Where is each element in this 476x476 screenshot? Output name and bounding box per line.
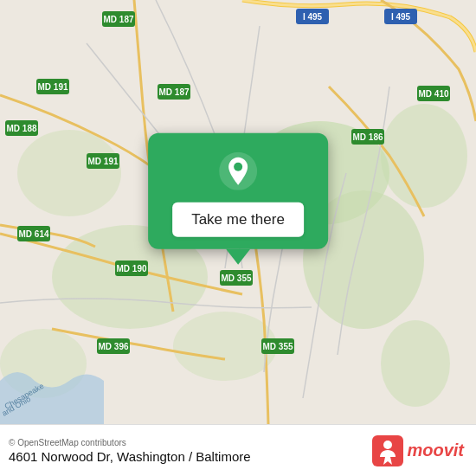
svg-point-40 (234, 163, 242, 171)
footer-bar: © OpenStreetMap contributors 4601 Norwoo… (0, 424, 476, 476)
svg-text:MD 188: MD 188 (6, 124, 36, 133)
svg-text:I 495: I 495 (303, 12, 323, 22)
svg-point-7 (381, 320, 450, 407)
svg-text:MD 191: MD 191 (37, 82, 68, 92)
svg-text:MD 396: MD 396 (98, 342, 128, 351)
osm-credit: © OpenStreetMap contributors (9, 438, 251, 447)
svg-text:MD 187: MD 187 (158, 87, 189, 97)
svg-point-5 (381, 104, 467, 208)
footer-left: © OpenStreetMap contributors 4601 Norwoo… (9, 438, 251, 464)
moovit-label: moovit (407, 441, 464, 460)
svg-text:MD 355: MD 355 (262, 342, 293, 351)
svg-text:I 495: I 495 (391, 12, 411, 22)
svg-text:MD 191: MD 191 (87, 157, 118, 166)
popup-arrow (226, 249, 250, 265)
svg-text:MD 410: MD 410 (418, 89, 448, 99)
popup-overlay: Take me there (148, 133, 328, 265)
popup-card: Take me there (148, 133, 328, 249)
svg-point-4 (17, 130, 121, 216)
svg-text:MD 190: MD 190 (116, 264, 146, 273)
svg-text:MD 355: MD 355 (221, 273, 251, 283)
address-text: 4601 Norwood Dr, Washington / Baltimore (9, 449, 251, 464)
map-container: Chesapeake and Ohio MD 187 (0, 0, 476, 424)
moovit-logo: moovit (372, 435, 464, 466)
svg-text:MD 614: MD 614 (18, 229, 48, 239)
svg-point-42 (383, 441, 392, 449)
svg-text:MD 187: MD 187 (103, 15, 133, 24)
take-me-there-button[interactable]: Take me there (172, 203, 304, 237)
svg-text:MD 186: MD 186 (352, 132, 383, 142)
moovit-icon (372, 435, 403, 466)
location-pin-icon (215, 149, 261, 194)
